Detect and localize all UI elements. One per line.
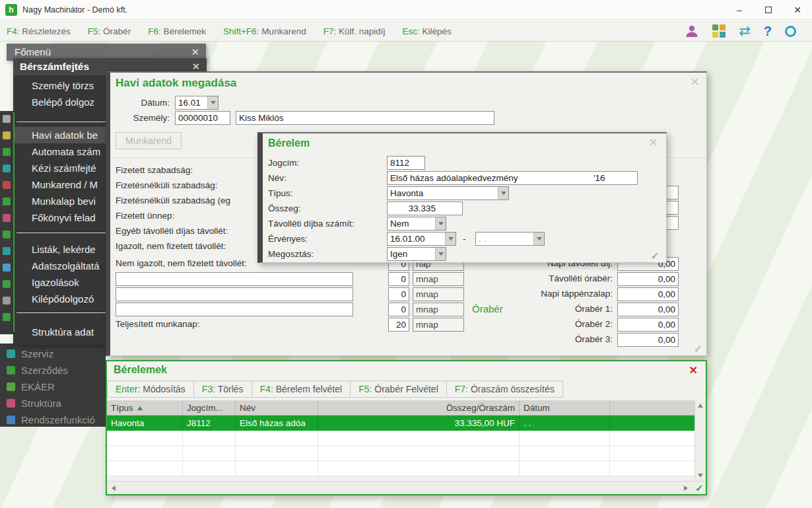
datum-select[interactable]: 16.01: [175, 96, 219, 110]
dock-icon[interactable]: [3, 313, 11, 321]
dock-icon[interactable]: [3, 198, 11, 205]
tab-oraszam-osszesites[interactable]: F7: Óraszám összesítés: [446, 381, 563, 398]
dropdown-arrow-icon[interactable]: [207, 96, 218, 109]
szemely-name-input[interactable]: Kiss Miklós: [236, 111, 494, 125]
column-header-tipus[interactable]: Típus: [107, 400, 183, 416]
scroll-down-icon[interactable]: [695, 470, 706, 481]
teljesitett-munkanap-label: Teljesített munkanap:: [116, 318, 200, 330]
dock-icon-strip: [0, 111, 13, 334]
toolbar-item-f6[interactable]: F6: Bérelemek: [148, 26, 206, 36]
count-input[interactable]: 0: [388, 272, 409, 286]
jogcim-input[interactable]: 8112: [387, 156, 425, 170]
tavolleti-dijba-szamit-select[interactable]: Nem: [387, 217, 446, 231]
column-header-nev[interactable]: Név: [236, 400, 318, 416]
horizontal-scrollbar[interactable]: ✓: [107, 481, 706, 494]
egyeb-tavolleti-label: Egyéb távolléti díjas távollét:: [116, 225, 228, 237]
confirm-check-icon[interactable]: ✓: [651, 250, 660, 262]
help-icon[interactable]: ?: [764, 24, 772, 39]
dropdown-arrow-icon[interactable]: [435, 248, 446, 260]
toolbar-icon-group: ⇄ ?: [685, 20, 796, 42]
maximize-button[interactable]: [754, 0, 783, 19]
fizetesnelkuli-szabadsag-label: Fizetésnélküli szabadság:: [116, 180, 218, 192]
dock-icon[interactable]: [3, 247, 11, 255]
minimize-button[interactable]: –: [725, 0, 754, 19]
dock-icon[interactable]: [3, 148, 11, 156]
toolbar-item-esc[interactable]: Esc: Kilépés: [403, 26, 452, 36]
category-item-ekaer[interactable]: EKÁER: [0, 379, 106, 395]
scroll-left-icon[interactable]: [107, 482, 120, 494]
fizetett-unnep-label: Fizetett ünnep:: [116, 210, 174, 222]
dock-icon[interactable]: [3, 264, 11, 272]
confirm-check-icon[interactable]: ✓: [693, 482, 706, 494]
unit-field: mnap: [413, 287, 464, 301]
toolbar-item-shift-f6[interactable]: Shift+F6: Munkarend: [223, 26, 306, 36]
table-empty-row: [107, 461, 694, 476]
scroll-up-icon[interactable]: [695, 400, 706, 411]
szemely-code-input[interactable]: 00000010: [175, 111, 230, 125]
column-header-osszeg[interactable]: Összeg/Óraszám: [318, 400, 520, 416]
megosztas-select[interactable]: Igen: [387, 247, 446, 261]
dock-icon[interactable]: [3, 297, 11, 305]
column-header-datum[interactable]: Dátum: [520, 400, 610, 416]
dock-icon[interactable]: [3, 231, 11, 238]
category-item-szerviz[interactable]: Szerviz: [0, 345, 106, 362]
close-icon[interactable]: ✕: [648, 135, 658, 150]
toolbar-item-f4[interactable]: F4: Részletezés: [7, 26, 71, 36]
extra-absence-input[interactable]: [116, 272, 353, 286]
close-button[interactable]: ✕: [783, 0, 812, 19]
dock-icon[interactable]: [3, 280, 11, 288]
munkarend-button[interactable]: Munkarend: [116, 132, 182, 149]
transfer-arrows-icon[interactable]: ⇄: [739, 24, 751, 38]
extra-absence-input[interactable]: [116, 303, 353, 316]
tab-berelem-felvetel[interactable]: F4: Bérelem felvétel: [252, 381, 351, 398]
toolbar-item-f7[interactable]: F7: Külf. napidíj: [323, 26, 386, 36]
tavolleti-oraber-input[interactable]: 0,00: [617, 272, 679, 286]
oraber-3-input[interactable]: 0,00: [617, 333, 679, 347]
close-icon[interactable]: ✕: [690, 75, 700, 89]
fizetesnelkuli-egyeb-label: Fizetésnélküli szabadság (eg: [116, 195, 230, 207]
tab-torles[interactable]: F3: Törlés: [193, 381, 252, 398]
napi-tappenzalap-input[interactable]: 0,00: [617, 287, 679, 301]
szerviz-icon: [7, 349, 15, 358]
confirm-check-icon[interactable]: ✓: [694, 343, 702, 355]
category-item-rendszerfunkcio[interactable]: Rendszerfunkció: [0, 412, 106, 428]
dock-icon[interactable]: [3, 131, 11, 139]
dropdown-arrow-icon[interactable]: [498, 187, 508, 200]
berelemek-close-icon[interactable]: ✕: [689, 364, 698, 377]
tipus-select[interactable]: Havonta: [387, 186, 509, 200]
tab-modositas[interactable]: Enter: Módosítás: [107, 381, 194, 398]
rendszerfunkcio-icon: [7, 416, 15, 424]
table-row-selected[interactable]: Havonta J8112 Első házas adóa 33.335,00 …: [107, 416, 694, 431]
dock-icon[interactable]: [3, 164, 11, 172]
dock-icon[interactable]: [3, 115, 11, 123]
dock-icon[interactable]: [3, 214, 11, 222]
apps-grid-icon[interactable]: [712, 24, 726, 38]
category-item-szerzodes[interactable]: Szerződés: [0, 362, 106, 379]
tavolleti-oraber-label: Távolléti órabér:: [480, 273, 613, 285]
nev-input[interactable]: Első házas adóalapkedvezmény'16: [387, 171, 638, 185]
cell-osszeg: 33.335,00 HUF: [318, 416, 520, 431]
dock-icon[interactable]: [3, 181, 11, 189]
tab-oraber-felvetel[interactable]: F5: Órabér Felvétel: [350, 381, 447, 398]
dropdown-arrow-icon[interactable]: [445, 233, 456, 245]
cell-nev: Első házas adóa: [236, 416, 318, 431]
unit-field: mnap: [413, 318, 464, 332]
oraber-2-input[interactable]: 0,00: [617, 318, 679, 332]
scroll-right-icon[interactable]: [679, 482, 693, 494]
count-input[interactable]: 0: [388, 287, 409, 301]
oraber-1-input[interactable]: 0,00: [617, 303, 679, 316]
ervenyes-from-select[interactable]: 16.01.00: [387, 232, 456, 246]
dropdown-arrow-icon[interactable]: [533, 233, 544, 245]
status-circle-icon[interactable]: [785, 26, 796, 37]
count-input[interactable]: 0: [388, 303, 409, 316]
ervenyes-to-select[interactable]: . .: [475, 232, 545, 246]
toolbar-item-f5[interactable]: F5: Órabér: [88, 26, 131, 36]
vertical-scrollbar[interactable]: [694, 400, 706, 481]
extra-absence-input[interactable]: [116, 287, 353, 301]
dropdown-arrow-icon[interactable]: [435, 217, 446, 230]
column-header-jogcim[interactable]: Jogcím...: [183, 400, 236, 416]
count-input[interactable]: 20: [388, 318, 409, 332]
osszeg-input[interactable]: 33.335: [387, 201, 463, 215]
user-icon[interactable]: [685, 24, 699, 38]
category-item-struktura[interactable]: Struktúra: [0, 395, 106, 412]
